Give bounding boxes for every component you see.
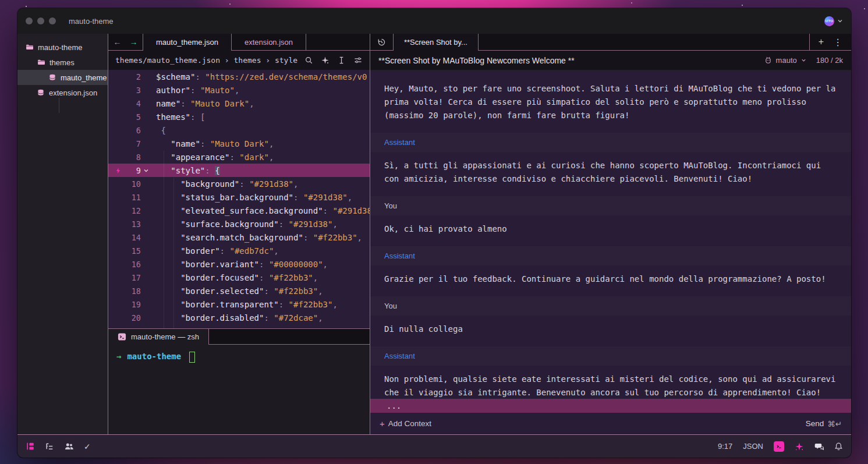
assistant-tab-actions: + ⋮ — [809, 34, 851, 51]
tree-item-themes[interactable]: themes — [17, 55, 108, 70]
minimize-button[interactable] — [37, 17, 44, 24]
message-editor-text: ... — [387, 401, 401, 410]
send-button[interactable]: Send ⌘↵ — [806, 419, 842, 428]
add-context-button[interactable]: + Add Context — [380, 419, 431, 428]
code-line-16: 16 "border.variant": "#00000000", — [108, 257, 370, 271]
tree-item-mauto_theme[interactable]: mauto_theme — [17, 70, 108, 85]
diagnostics-button[interactable]: ✓ — [84, 442, 91, 451]
message-author-label: Assistant — [370, 133, 851, 152]
assistant-tab[interactable]: **Screen Shot by... — [394, 34, 479, 51]
line-number: 12 — [123, 206, 141, 215]
tree-item-extension.json[interactable]: extension.json — [17, 85, 108, 100]
line-number: 14 — [123, 233, 141, 242]
chat-footer: + Add Context Send ⌘↵ — [370, 413, 851, 434]
tab-label: extension.json — [245, 38, 293, 47]
forward-arrow-icon[interactable]: → — [130, 37, 138, 47]
terminal-icon — [775, 443, 782, 450]
message-text: Ok, ci hai provato almeno — [370, 219, 851, 242]
tab-mauto_theme.json[interactable]: mauto_theme.json — [143, 34, 232, 51]
editor-tabbar: ← → mauto_theme.jsonextension.json — [108, 34, 370, 51]
back-arrow-icon[interactable]: ← — [114, 37, 122, 47]
message-text: Grazie per il tuo feedback. Continuare a… — [370, 269, 851, 292]
ibeam-icon[interactable] — [337, 56, 346, 65]
project-panel-button[interactable] — [26, 441, 36, 451]
close-button[interactable] — [26, 17, 33, 24]
indent-guide — [59, 98, 59, 113]
project-panel-icon — [26, 441, 36, 451]
editor-tabs: mauto_theme.jsonextension.json — [143, 34, 306, 51]
folder-icon — [37, 58, 45, 66]
user-avatar[interactable]: UTO — [824, 16, 834, 26]
code-line-13: 13 "surface.background": "#291d38", — [108, 217, 370, 231]
collab-people-icon — [64, 441, 75, 451]
chevron-down-icon[interactable] — [837, 18, 843, 24]
line-number: 10 — [123, 179, 141, 189]
terminal-panel-button[interactable] — [774, 441, 784, 452]
terminal[interactable]: → mauto-theme — [108, 345, 370, 434]
line-number: 18 — [123, 286, 141, 296]
model-icon — [764, 56, 772, 64]
prompt-cwd: mauto-theme — [127, 352, 181, 361]
code-line-20: 20 "border.disabled": "#72dcae", — [108, 311, 370, 324]
assistant-sparkle-icon[interactable] — [321, 56, 330, 65]
tab-extension.json[interactable]: extension.json — [232, 34, 306, 51]
language-selector[interactable]: JSON — [743, 442, 763, 451]
code-line-19: 19 "border.transparent": "#f22bb3", — [108, 297, 370, 311]
assistant-panel-button[interactable] — [795, 442, 804, 451]
bolt-icon[interactable] — [115, 167, 122, 175]
line-number: 16 — [123, 260, 141, 269]
code-editor[interactable]: 2$schema": "https://zed.dev/schema/theme… — [108, 70, 370, 328]
code-line-8: 8 "appearance": "dark", — [108, 150, 370, 164]
send-label: Send — [806, 419, 824, 428]
token-count: 180 / 2k — [816, 56, 843, 65]
code-line-12: 12 "elevated_surface.background": "#291d… — [108, 204, 370, 217]
code-line-4: 4name": "Mauto Dark", — [108, 97, 370, 110]
tree-item-label: mauto-theme — [38, 43, 83, 52]
terminal-tab[interactable]: mauto-theme — zsh — [108, 329, 209, 345]
code-line-7: 7 "name": "Mauto Dark", — [108, 137, 370, 150]
assistant-tabbar: **Screen Shot by... + ⋮ — [370, 34, 851, 51]
code-line-17: 17 "border.focused": "#f22bb3", — [108, 271, 370, 284]
history-button[interactable] — [370, 34, 394, 51]
message-text: Di nulla collega — [370, 319, 851, 342]
kebab-menu-icon[interactable]: ⋮ — [833, 37, 842, 48]
folder-icon — [25, 43, 34, 51]
chat-messages: Hey, Mauto, sto per fare uno screenshoot… — [370, 70, 851, 399]
tabbar-filler — [306, 34, 370, 51]
search-icon[interactable] — [304, 56, 313, 65]
message-author-label: You — [370, 196, 851, 215]
outline-panel-button[interactable] — [45, 441, 55, 451]
tree-item-label: themes — [49, 58, 75, 67]
breadcrumb: themes/mauto_theme.json › themes › style — [108, 51, 370, 70]
breadcrumb-path[interactable]: themes/mauto_theme.json › themes › style — [115, 56, 297, 65]
notifications-button[interactable] — [834, 442, 843, 451]
code-line-18: 18 "border.selected": "#f22bb3", — [108, 284, 370, 297]
model-selector[interactable]: mauto — [776, 56, 797, 65]
message-editor-active-line[interactable]: ... — [370, 399, 851, 413]
line-number: 11 — [123, 193, 141, 202]
chat-panel-button[interactable] — [814, 442, 824, 451]
terminal-tabbar-filler — [209, 329, 370, 345]
code-line-14: 14 "search.match_background": "#f22bb3", — [108, 231, 370, 244]
collab-panel-button[interactable] — [64, 441, 75, 451]
code-line-9: 9 "style": { — [108, 164, 370, 177]
status-bar: ✓ 9:17 JSON — [17, 434, 851, 458]
code-line-15: 15 "border": "#edb7dc", — [108, 244, 370, 257]
sliders-icon[interactable] — [353, 56, 363, 65]
line-number: 20 — [123, 313, 141, 323]
assistant-panel: **Screen Shot by... + ⋮ **Screen Shot by… — [370, 34, 851, 434]
assistant-tab-label: **Screen Shot by... — [404, 38, 467, 47]
line-number: 7 — [123, 139, 141, 148]
line-number: 9 — [123, 166, 141, 175]
chevron-down-icon[interactable] — [801, 58, 806, 63]
indent-guide — [173, 178, 174, 328]
fold-chevron-icon[interactable] — [143, 168, 149, 173]
new-chat-button[interactable]: + — [819, 37, 824, 47]
message-author-label: Assistant — [370, 246, 851, 265]
chat-bubble-icon — [814, 442, 824, 451]
message-text: Non problemi, qualsie siete eate interes… — [370, 369, 851, 399]
zoom-button[interactable] — [49, 17, 56, 24]
line-number: 2 — [123, 72, 141, 82]
tree-item-mauto-theme[interactable]: mauto-theme — [17, 40, 108, 55]
cursor-position[interactable]: 9:17 — [718, 442, 732, 451]
